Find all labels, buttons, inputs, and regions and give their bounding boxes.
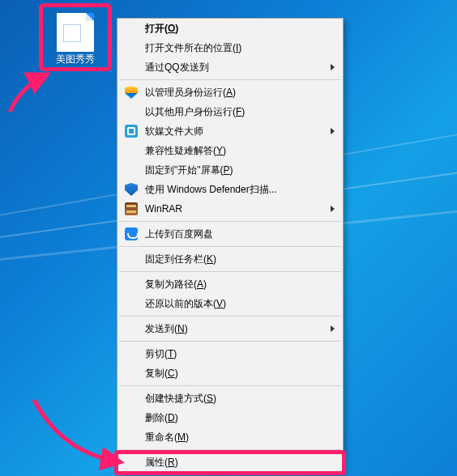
menu-separator [119,79,341,80]
menu-properties[interactable]: 属性(R) [117,453,343,473]
menu-copy[interactable]: 复制(C) [117,363,343,383]
menu-separator [119,449,341,450]
menu-open-file-location[interactable]: 打开文件所在的位置(I) [117,38,343,57]
menu-delete[interactable]: 删除(D) [117,408,343,427]
menu-separator [119,385,341,386]
menu-qq-send-to[interactable]: 通过QQ发送到 [117,57,343,77]
submenu-arrow-icon [331,128,335,134]
menu-upload-to-baidu[interactable]: 上传到百度网盘 [117,224,343,244]
menu-rename[interactable]: 重命名(M) [117,427,343,447]
submenu-arrow-icon [331,325,335,332]
menu-pin-to-taskbar[interactable]: 固定到任务栏(K) [117,249,343,269]
menu-separator [119,221,341,222]
submenu-arrow-icon [331,64,335,70]
ruanmei-icon [124,124,139,138]
menu-send-to[interactable]: 发送到(N) [117,319,343,338]
menu-copy-as-path[interactable]: 复制为路径(A) [117,274,343,294]
menu-separator [119,246,341,247]
menu-scan-with-defender[interactable]: 使用 Windows Defender扫描... [117,180,343,199]
menu-open-hotkey: O [168,23,175,34]
menu-winrar[interactable]: WinRAR [117,199,343,219]
menu-run-as-other-user[interactable]: 以其他用户身份运行(F) [117,102,343,121]
menu-cut[interactable]: 剪切(T) [117,344,343,363]
menu-separator [119,271,341,272]
defender-shield-icon [124,182,139,197]
baidu-netdisk-icon [124,227,139,241]
shortcut-label: 美图秀秀 [44,53,107,65]
menu-create-shortcut[interactable]: 创建快捷方式(S) [117,389,343,408]
menu-ruanmei-file-master[interactable]: 软媒文件大师 [117,121,343,141]
desktop-shortcut-meituxiuxiu[interactable]: 美图秀秀 [44,8,107,65]
menu-restore-previous-versions[interactable]: 还原以前的版本(V) [117,294,343,313]
context-menu: 打开(O) 打开文件所在的位置(I) 通过QQ发送到 以管理员身份运行(A) 以… [117,18,344,474]
menu-compatibility-troubleshoot[interactable]: 兼容性疑难解答(Y) [117,141,343,160]
uac-shield-icon [124,85,139,100]
winrar-icon [124,202,139,216]
shortcut-file-icon [57,13,94,52]
menu-separator [119,316,341,317]
menu-separator [119,341,341,342]
menu-open-text: 打开( [145,23,168,34]
menu-run-as-admin[interactable]: 以管理员身份运行(A) [117,83,343,102]
submenu-arrow-icon [331,206,335,212]
menu-open[interactable]: 打开(O) [117,19,343,38]
menu-pin-to-start[interactable]: 固定到"开始"屏幕(P) [117,160,343,180]
